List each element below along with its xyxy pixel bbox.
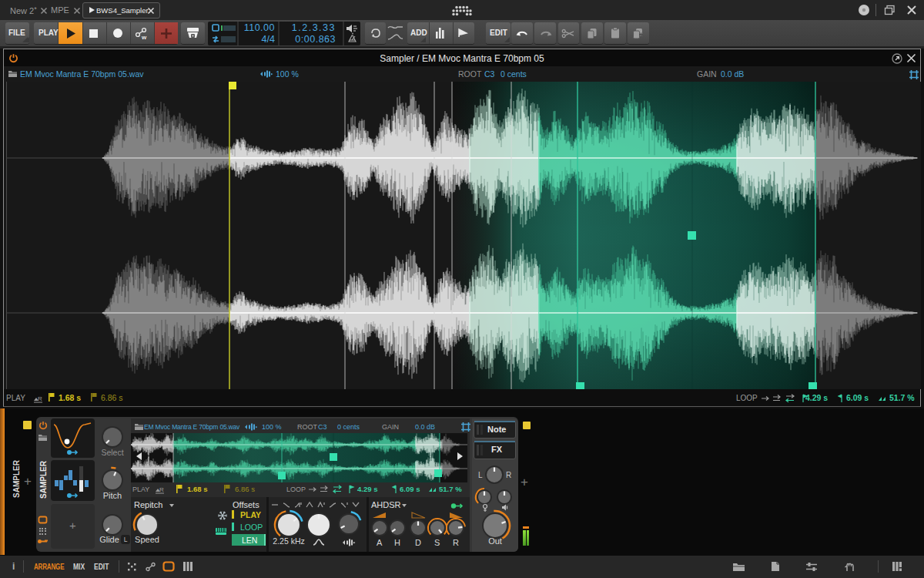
svg-text:w: w xyxy=(141,34,147,40)
svg-text:R: R xyxy=(159,486,164,493)
svg-text:R: R xyxy=(38,395,42,402)
